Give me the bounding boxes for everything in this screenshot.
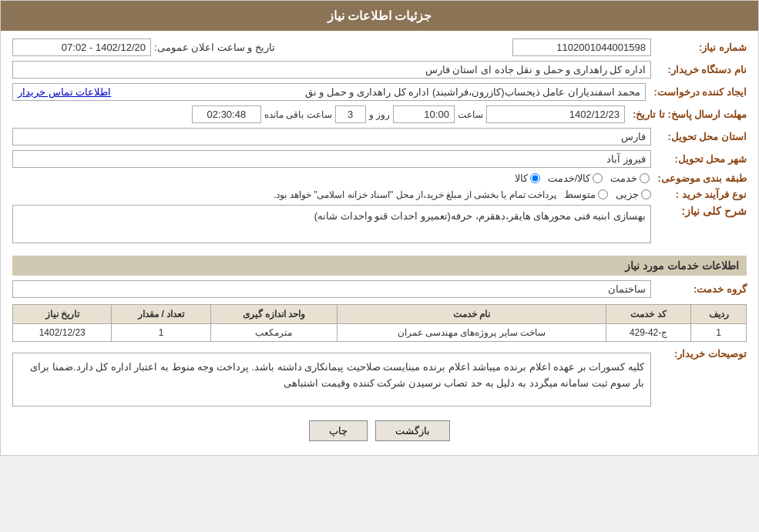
- col-quantity: تعداد / مقدار: [112, 305, 210, 324]
- deadline-time-label: ساعت: [458, 109, 483, 120]
- deadline-time: 10:00: [393, 105, 455, 123]
- category-radio-goods[interactable]: کالا: [515, 172, 540, 184]
- city-label: شهر محل تحویل:: [654, 153, 747, 165]
- cell-service-code: ج-42-429: [606, 324, 691, 342]
- page-title: جزئیات اطلاعات نیاز: [327, 9, 432, 22]
- services-table: ردیف کد خدمت نام خدمت واحد اندازه گیری ت…: [12, 304, 747, 342]
- deadline-date: 1402/12/23: [486, 105, 625, 123]
- col-row-num: ردیف: [691, 305, 747, 324]
- deadline-day-label: روز و: [369, 109, 390, 120]
- process-radio-medium[interactable]: متوسط: [564, 189, 608, 200]
- creator-value: محمد اسفندیاران عامل ذیحساب(کازرون،فراشب…: [305, 86, 641, 98]
- description-label: شرح کلی نیاز:: [654, 205, 747, 217]
- cell-date: 1402/12/23: [13, 324, 112, 342]
- announcement-value: 1402/12/20 - 07:02: [12, 38, 151, 56]
- col-service-code: کد خدمت: [606, 305, 691, 324]
- service-group-value: ساختمان: [12, 280, 651, 298]
- deadline-label: مهلت ارسال پاسخ: تا تاریخ:: [628, 109, 747, 120]
- buyer-org-label: نام دستگاه خریدار:: [654, 64, 747, 75]
- cell-service-name: ساخت سایر پروژه‌های مهندسی عمران: [338, 324, 606, 342]
- button-row: بازگشت چاپ: [12, 420, 747, 441]
- buyer-org-value: اداره کل راهداری و حمل و نقل جاده ای است…: [12, 61, 651, 79]
- category-radio-both[interactable]: کالا/خدمت: [548, 172, 603, 184]
- cell-unit: مترمکعب: [210, 324, 337, 342]
- process-label: نوع فرآیند خرید :: [654, 189, 747, 200]
- buyer-notes: کلیه کسورات بر عهده اعلام برنده میباشد ا…: [12, 353, 651, 407]
- service-group-label: گروه خدمت:: [654, 283, 747, 295]
- cell-quantity: 1: [112, 324, 210, 342]
- col-unit: واحد اندازه گیری: [210, 305, 337, 324]
- creator-label: ایجاد کننده درخواست:: [649, 86, 747, 98]
- need-number-value: 1102001044001598: [512, 38, 651, 56]
- col-date: تاریخ نیاز: [13, 305, 112, 324]
- process-radio-group: جزیی متوسط پرداخت تمام یا بخشی از مبلغ خ…: [12, 189, 651, 200]
- service-info-title: اطلاعات خدمات مورد نیاز: [12, 256, 747, 276]
- deadline-days: 3: [335, 105, 366, 123]
- print-button[interactable]: چاپ: [309, 420, 368, 441]
- category-radio-group: خدمت کالا/خدمت کالا: [12, 172, 650, 184]
- back-button[interactable]: بازگشت: [375, 420, 450, 441]
- province-value: فارس: [12, 128, 651, 146]
- category-label: طبقه بندی موضوعی:: [653, 172, 747, 184]
- need-number-label: شماره نیاز:: [654, 42, 747, 53]
- announcement-label: تاریخ و ساعت اعلان عمومی:: [154, 42, 275, 53]
- page-header: جزئیات اطلاعات نیاز: [1, 1, 758, 31]
- deadline-remain: 02:30:48: [192, 105, 261, 123]
- col-service-name: نام خدمت: [338, 305, 606, 324]
- process-radio-partial[interactable]: جزیی: [616, 189, 651, 200]
- services-table-section: ردیف کد خدمت نام خدمت واحد اندازه گیری ت…: [12, 304, 747, 342]
- buyer-notes-label: توصیحات خریدار:: [654, 348, 747, 360]
- process-note: پرداخت تمام یا بخشی از مبلغ خرید،از محل …: [274, 189, 556, 200]
- cell-row-num: 1: [691, 324, 747, 342]
- table-row: 1 ج-42-429 ساخت سایر پروژه‌های مهندسی عم…: [13, 324, 747, 342]
- city-value: فیروز آباد: [12, 150, 651, 168]
- deadline-remain-label: ساعت باقی مانده: [264, 109, 332, 120]
- province-label: استان محل تحویل:: [654, 131, 747, 142]
- description-value: بهسازی ابنیه فنی محورهای هایقر،دهقرم، حر…: [12, 205, 651, 243]
- category-radio-service[interactable]: خدمت: [610, 172, 650, 184]
- creator-link[interactable]: اطلاعات تماس خریدار: [18, 86, 111, 98]
